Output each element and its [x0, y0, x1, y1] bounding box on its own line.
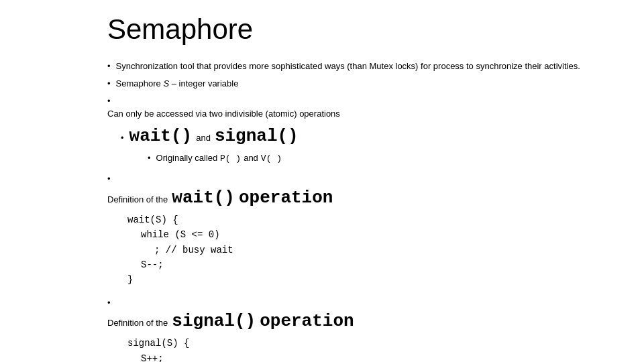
page-container: Semaphore Synchronization tool that prov… [0, 0, 644, 362]
list-item-semaphore: Semaphore S – integer variable [107, 78, 617, 90]
def-signal-code: signal() [172, 309, 256, 333]
main-list: Synchronization tool that provides more … [107, 60, 617, 362]
wait-code-label: wait() [129, 124, 193, 148]
def-wait-code: wait() [172, 186, 235, 210]
def-signal-header: Definition of the signal() operation [107, 309, 354, 333]
list-item-atomic-row: Can only be accessed via two indivisible… [107, 108, 340, 120]
signal-line-2: S++; [141, 351, 189, 362]
list-item-sync: Synchronization tool that provides more … [107, 60, 617, 72]
wait-line-5: } [127, 272, 233, 287]
list-item-atomic: Can only be accessed via two indivisible… [107, 95, 617, 168]
wait-line-2: while (S <= 0) [141, 227, 233, 242]
v-label: V( ) [261, 153, 282, 165]
page-title: Semaphore [107, 13, 617, 46]
wait-line-4: S--; [141, 257, 233, 272]
and-label: and [196, 132, 211, 144]
originally-prefix: Originally called [156, 152, 220, 164]
originally-item: Originally called P( ) and V( ) [148, 152, 299, 165]
wait-line-3: ; // busy wait [154, 243, 233, 257]
def-wait-op: operation [239, 186, 333, 210]
def-wait-header: Definition of the wait() operation [107, 186, 333, 210]
list-item-def-signal: Definition of the signal() operation sig… [107, 297, 617, 362]
originally-list: Originally called P( ) and V( ) [148, 152, 299, 165]
wait-code-block: wait(S) { while (S <= 0) ; // busy wait … [127, 213, 233, 288]
def-wait-prefix: Definition of the [107, 194, 168, 206]
def-signal-prefix: Definition of the [107, 317, 168, 329]
wait-line-1: wait(S) { [127, 213, 233, 227]
list-item-semaphore-text: Semaphore S – integer variable [116, 78, 239, 90]
list-item-atomic-text: Can only be accessed via two indivisible… [107, 108, 340, 120]
and2-label: and [244, 152, 258, 164]
signal-line-1: signal(S) { [127, 336, 189, 351]
signal-code-label: signal() [215, 124, 299, 148]
def-signal-op: operation [260, 309, 354, 333]
signal-code-block: signal(S) { S++; } [127, 336, 189, 362]
p-label: P( ) [220, 153, 241, 165]
list-item-sync-text: Synchronization tool that provides more … [116, 60, 580, 72]
wait-signal-item: wait() and signal() [121, 124, 299, 148]
operations-list: wait() and signal() Originally called P(… [121, 124, 299, 168]
list-item-def-wait: Definition of the wait() operation wait(… [107, 173, 617, 292]
